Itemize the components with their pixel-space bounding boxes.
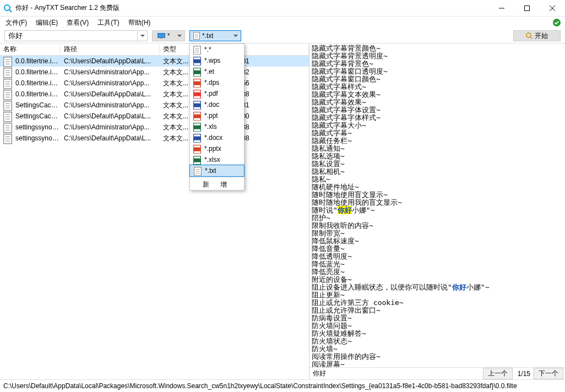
filetype-filter-label: *.txt xyxy=(202,32,214,40)
svg-rect-56 xyxy=(194,81,201,85)
filetype-option[interactable]: *.doc xyxy=(190,99,244,110)
result-name: SettingsCache... xyxy=(13,112,62,120)
filetype-option[interactable]: *.txt xyxy=(189,165,245,177)
wps-icon xyxy=(193,57,201,64)
svg-rect-66 xyxy=(194,137,201,140)
txt-icon xyxy=(3,101,12,110)
prev-match-button[interactable]: 上一个 xyxy=(483,368,513,379)
svg-rect-3 xyxy=(525,6,530,10)
result-row[interactable]: 0.0.filtertrie.in... C:\Users\Administra… xyxy=(0,67,309,78)
txt-icon xyxy=(193,32,200,40)
menu-file[interactable]: 文件(F) xyxy=(1,17,31,29)
content-area: 名称 路径 类型 修改日期 0.0.filtertrie.in... C:\Us… xyxy=(0,43,565,380)
svg-line-14 xyxy=(530,37,532,39)
svg-rect-62 xyxy=(194,115,201,118)
result-type: 文本文... xyxy=(161,134,194,143)
filetype-option[interactable]: *.wps xyxy=(190,55,244,66)
result-row[interactable]: 0.0.filtertrie.in... C:\Users\Default\Ap… xyxy=(0,56,309,67)
toolbar: * *.txt 开始 xyxy=(0,29,565,43)
filetype-dropdown[interactable]: *.**.wps*.et*.dps*.pdf*.doc*.ppt*.xls*.d… xyxy=(189,43,245,190)
result-type: 文本文... xyxy=(161,79,194,88)
result-row[interactable]: settingssynon... C:\Users\Default\AppDat… xyxy=(0,133,309,144)
result-name: settingssynon... xyxy=(13,134,62,142)
column-header-type[interactable]: 类型 xyxy=(160,45,193,54)
filetype-option-label: *.dps xyxy=(204,79,219,86)
txt-icon xyxy=(3,68,12,77)
svg-rect-7 xyxy=(157,34,165,38)
filetype-add-new[interactable]: 新 增 xyxy=(190,179,244,190)
result-row[interactable]: settingssynon... C:\Users\Administrator\… xyxy=(0,122,309,133)
doc-icon xyxy=(193,101,201,108)
txt-icon xyxy=(3,90,12,99)
filetype-option[interactable]: *.xlsx xyxy=(190,154,244,165)
filetype-filter-combo[interactable]: *.txt xyxy=(189,30,241,41)
chevron-down-icon xyxy=(231,31,241,41)
start-button-label: 开始 xyxy=(535,31,548,41)
close-button[interactable] xyxy=(540,0,565,17)
result-type: 文本文... xyxy=(161,68,194,77)
menubar: 文件(F) 编辑(E) 查看(V) 工具(T) 帮助(H) xyxy=(0,17,565,29)
filetype-option-label: *.doc xyxy=(204,101,219,108)
all-icon xyxy=(193,46,201,53)
result-row[interactable]: SettingsCache... C:\Users\Administrator\… xyxy=(0,100,309,111)
menu-view[interactable]: 查看(V) xyxy=(62,17,93,29)
monitor-icon xyxy=(157,33,165,39)
filetype-option[interactable]: *.pptx xyxy=(190,143,244,154)
result-path: C:\Users\Administrator\App... xyxy=(62,123,161,131)
search-icon xyxy=(526,32,533,39)
et-icon xyxy=(193,68,201,75)
column-header-path[interactable]: 路径 xyxy=(61,45,160,54)
match-counter: 1/15 xyxy=(514,370,534,378)
search-input-container xyxy=(4,30,148,41)
start-search-button[interactable]: 开始 xyxy=(513,30,561,41)
maximize-button[interactable] xyxy=(514,0,540,17)
menu-help[interactable]: 帮助(H) xyxy=(124,17,155,29)
result-path: C:\Users\Default\AppData\L... xyxy=(62,112,161,120)
svg-point-13 xyxy=(526,33,531,37)
chevron-down-icon xyxy=(175,31,184,41)
column-header-name[interactable]: 名称 xyxy=(0,45,61,54)
result-row[interactable]: SettingsCache... C:\Users\Default\AppDat… xyxy=(0,111,309,122)
filetype-option[interactable]: *.docx xyxy=(190,132,244,143)
txt-icon xyxy=(194,167,202,175)
result-name: 0.0.filtertrie.in... xyxy=(13,90,62,98)
menu-tools[interactable]: 工具(T) xyxy=(93,17,123,29)
filetype-option-label: *.pptx xyxy=(204,145,221,153)
filetype-option[interactable]: *.pdf xyxy=(190,88,244,99)
preview-footer: 上一个 1/15 下一个 xyxy=(309,367,565,379)
result-row[interactable]: 0.0.filtertrie.in... C:\Users\Administra… xyxy=(0,78,309,89)
device-filter-label: * xyxy=(167,32,170,40)
filetype-option[interactable]: *.ppt xyxy=(190,110,244,121)
preview-search-input[interactable] xyxy=(309,370,483,378)
status-ok-icon xyxy=(553,19,561,26)
result-path: C:\Users\Administrator\App... xyxy=(62,101,161,109)
result-type: 文本文... xyxy=(161,112,194,121)
result-path: C:\Users\Default\AppData\L... xyxy=(62,57,161,65)
minimize-button[interactable] xyxy=(489,0,514,17)
result-name: 0.0.filtertrie.in... xyxy=(13,68,62,76)
search-input[interactable] xyxy=(5,31,137,41)
svg-rect-68 xyxy=(194,148,201,151)
result-row[interactable]: 0.0.filtertrie.in... C:\Users\Default\Ap… xyxy=(0,89,309,100)
window-title: 你好 - AnyTXT Searcher 1.2 免费版 xyxy=(15,3,489,13)
device-filter-combo[interactable]: * xyxy=(152,30,185,41)
result-type: 文本文... xyxy=(161,90,194,99)
filetype-option-label: *.txt xyxy=(205,167,216,175)
txt-icon xyxy=(3,112,12,121)
filetype-option[interactable]: *.xls xyxy=(190,121,244,132)
filetype-option[interactable]: *.et xyxy=(190,66,244,77)
svg-point-0 xyxy=(4,5,10,10)
svg-rect-58 xyxy=(194,92,201,96)
preview-text[interactable]: 隐藏式字幕背景颜色~ 隐藏式字幕背景透明度~ 隐藏式字幕背景色~ 隐藏式字幕窗口… xyxy=(309,43,565,367)
docx-icon xyxy=(193,134,201,141)
filetype-option-label: *.pdf xyxy=(204,90,218,97)
filetype-option-label: *.docx xyxy=(204,134,222,141)
filetype-option[interactable]: *.* xyxy=(190,44,244,55)
result-type: 文本文... xyxy=(161,101,194,110)
txt-icon xyxy=(3,79,12,88)
menu-edit[interactable]: 编辑(E) xyxy=(31,17,62,29)
search-history-dropdown[interactable] xyxy=(137,31,147,41)
dps-icon xyxy=(193,79,201,86)
next-match-button[interactable]: 下一个 xyxy=(534,368,563,379)
filetype-option[interactable]: *.dps xyxy=(190,77,244,88)
